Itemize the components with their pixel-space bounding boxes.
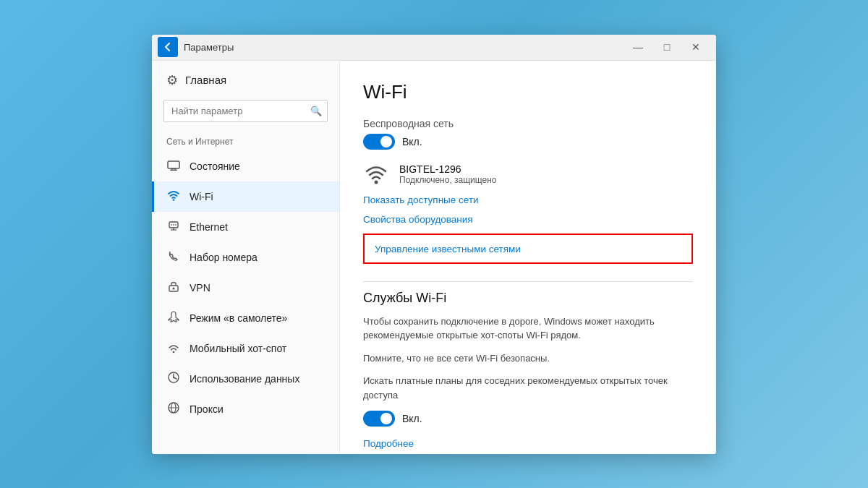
wifi-services-text2: Помните, что не все сети Wi-Fi безопасны…: [363, 351, 693, 366]
svg-point-14: [173, 376, 174, 377]
ethernet-label: Ethernet: [190, 221, 228, 233]
svg-rect-0: [168, 161, 179, 168]
svg-point-18: [375, 180, 378, 184]
content-pane: Wi-Fi Беспроводная сеть Вкл.: [340, 61, 716, 454]
window-title: Параметры: [184, 42, 624, 53]
wireless-toggle-label: Вкл.: [402, 136, 422, 147]
main-area: ⚙ Главная 🔍 Сеть и Интернет Сост: [152, 61, 716, 454]
svg-point-3: [173, 199, 174, 200]
wireless-network-label: Беспроводная сеть: [363, 118, 693, 129]
search-icon: 🔍: [310, 106, 322, 116]
paid-toggle[interactable]: [363, 411, 395, 427]
svg-rect-1: [171, 168, 176, 170]
svg-point-12: [173, 351, 175, 353]
sidebar-section-label: Сеть и Интернет: [152, 134, 339, 151]
network-info: BIGTEL-1296 Подключено, защищено: [399, 163, 497, 185]
search-box: 🔍: [163, 100, 328, 122]
minimize-button[interactable]: —: [624, 35, 652, 61]
paid-toggle-row: Вкл.: [363, 411, 693, 427]
dialup-icon: [166, 249, 181, 265]
wifi-connected-icon: [363, 161, 389, 187]
divider: [363, 281, 693, 282]
airplane-label: Режим «в самолете»: [190, 312, 287, 324]
back-button[interactable]: [158, 37, 178, 57]
sidebar-item-wifi[interactable]: Wi-Fi: [152, 181, 339, 212]
sidebar-item-hotspot[interactable]: Мобильный хот-спот: [152, 333, 339, 364]
datausage-label: Использование данных: [190, 373, 299, 385]
svg-point-11: [173, 287, 175, 289]
ethernet-icon: [166, 219, 181, 235]
wifi-label: Wi-Fi: [190, 191, 213, 202]
titlebar: Параметры — □ ✕: [152, 35, 716, 61]
svg-rect-2: [170, 170, 177, 171]
content-wrapper: Wi-Fi Беспроводная сеть Вкл.: [363, 81, 693, 450]
settings-window: Параметры — □ ✕ ⚙ Главная 🔍 Сеть и Интер…: [152, 35, 716, 454]
hotspot-icon: [166, 341, 181, 356]
hardware-props-link[interactable]: Свойства оборудования: [363, 214, 693, 225]
proxy-label: Прокси: [190, 403, 224, 415]
sidebar-item-status[interactable]: Состояние: [152, 151, 339, 181]
wireless-toggle[interactable]: [363, 134, 395, 150]
manage-networks-link[interactable]: Управление известными сетями: [375, 244, 521, 254]
hotspot-label: Мобильный хот-спот: [190, 343, 286, 354]
status-icon: [166, 158, 181, 174]
sidebar-item-vpn[interactable]: VPN: [152, 273, 339, 303]
sidebar: ⚙ Главная 🔍 Сеть и Интернет Сост: [152, 61, 340, 454]
sidebar-item-dialup[interactable]: Набор номера: [152, 242, 339, 273]
home-label: Главная: [185, 74, 226, 86]
maximize-button[interactable]: □: [652, 35, 681, 61]
network-status: Подключено, защищено: [399, 175, 497, 185]
wifi-services-text1: Чтобы сохранить подключение в дороге, Wi…: [363, 314, 693, 343]
paid-toggle-label: Вкл.: [402, 413, 422, 424]
wifi-services-title: Службы Wi-Fi: [363, 291, 693, 306]
paid-plans-text: Искать платные планы для соседних рекоме…: [363, 374, 693, 402]
sidebar-item-airplane[interactable]: Режим «в самолете»: [152, 303, 339, 333]
sidebar-item-datausage[interactable]: Использование данных: [152, 364, 339, 394]
wifi-nav-icon: [166, 189, 181, 205]
airplane-icon: [166, 310, 181, 326]
vpn-icon: [166, 280, 181, 296]
vpn-label: VPN: [190, 282, 210, 294]
gear-icon: ⚙: [166, 72, 178, 88]
sidebar-item-ethernet[interactable]: Ethernet: [152, 212, 339, 242]
page-title: Wi-Fi: [363, 81, 693, 103]
sidebar-item-proxy[interactable]: Прокси: [152, 394, 339, 424]
manage-networks-box[interactable]: Управление известными сетями: [363, 234, 693, 264]
sidebar-home[interactable]: ⚙ Главная: [152, 61, 339, 100]
status-label: Состояние: [190, 160, 240, 172]
proxy-icon: [166, 401, 181, 417]
window-controls: — □ ✕: [624, 35, 710, 61]
wireless-toggle-row: Вкл.: [363, 134, 693, 150]
datausage-icon: [166, 371, 181, 387]
show-networks-link[interactable]: Показать доступные сети: [363, 194, 693, 205]
search-input[interactable]: [163, 100, 328, 122]
network-name: BIGTEL-1296: [399, 163, 497, 175]
dialup-label: Набор номера: [190, 252, 258, 263]
connected-network: BIGTEL-1296 Подключено, защищено: [363, 161, 693, 187]
more-link[interactable]: Подробнее: [363, 438, 693, 449]
close-button[interactable]: ✕: [681, 35, 710, 61]
